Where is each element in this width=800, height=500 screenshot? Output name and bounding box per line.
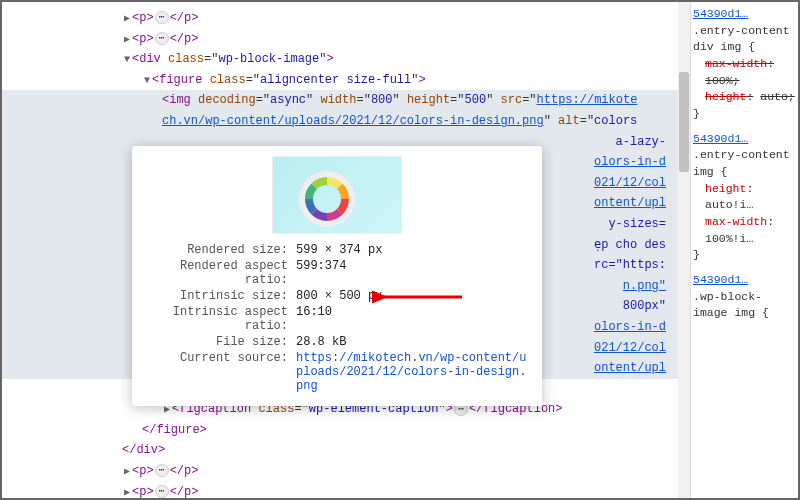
expand-arrow-icon[interactable]: ▶: [122, 32, 132, 48]
css-rule[interactable]: 54390d1… .wp-block-image img {: [693, 272, 796, 322]
rendered-size-label: Rendered size:: [146, 243, 296, 257]
img-src-link[interactable]: https://mikote: [537, 93, 638, 107]
tag-p-open: <p>: [132, 32, 154, 46]
css-property: height: [705, 182, 746, 195]
scrollbar-track[interactable]: [678, 2, 690, 498]
file-size-label: File size:: [146, 335, 296, 349]
ellipsis-icon[interactable]: ⋯: [155, 464, 169, 477]
css-selector: .wp-block-image img {: [693, 289, 796, 322]
css-property: max-width: [705, 215, 767, 228]
intrinsic-size-value: 800 × 500 px: [296, 289, 528, 303]
ellipsis-icon[interactable]: ⋯: [155, 11, 169, 24]
css-property: height: [705, 90, 746, 103]
dom-node-p[interactable]: ▶<p>⋯</p>: [2, 461, 690, 482]
stylesheet-link[interactable]: 54390d1…: [693, 273, 748, 286]
rendered-ar-label: Rendered aspect ratio:: [146, 259, 296, 287]
intrinsic-ar-label: Intrinsic aspect ratio:: [146, 305, 296, 333]
dom-node-p[interactable]: ▶<p>⋯</p>: [2, 8, 690, 29]
tag-p-close: </p>: [170, 32, 199, 46]
current-source-value[interactable]: https://mikotech.vn/wp-content/uploads/2…: [296, 351, 528, 393]
css-selector: .entry-content img {: [693, 147, 796, 180]
collapse-arrow-icon[interactable]: ▼: [122, 52, 132, 68]
expand-arrow-icon[interactable]: ▶: [122, 485, 132, 498]
elements-panel[interactable]: ▶<p>⋯</p> ▶<p>⋯</p> ▼<div class="wp-bloc…: [2, 2, 690, 498]
dom-node-div-wp-block-image[interactable]: ▼<div class="wp-block-image">: [2, 49, 690, 70]
img-src-link[interactable]: ch.vn/wp-content/uploads/2021/12/colors-…: [162, 114, 544, 128]
styles-panel[interactable]: 54390d1… .entry-content div img { max-wi…: [690, 2, 798, 498]
stylesheet-link[interactable]: 54390d1…: [693, 132, 748, 145]
css-rule[interactable]: 54390d1… .entry-content img { height: au…: [693, 131, 796, 264]
intrinsic-size-label: Intrinsic size:: [146, 289, 296, 303]
dom-node-div-close[interactable]: </div>: [2, 440, 690, 461]
attr-class-value: wp-block-image: [218, 52, 319, 66]
image-hover-tooltip: Rendered size:599 × 374 px Rendered aspe…: [132, 146, 542, 406]
rendered-ar-value: 599:374: [296, 259, 528, 287]
tag-img: img: [169, 93, 191, 107]
css-value: auto!i…: [705, 198, 753, 211]
css-value: 100%;: [705, 74, 740, 87]
rendered-size-value: 599 × 374 px: [296, 243, 528, 257]
css-selector: .entry-content div img {: [693, 23, 796, 56]
image-thumbnail: [272, 156, 402, 234]
file-size-value: 28.8 kB: [296, 335, 528, 349]
dom-node-figure[interactable]: ▼<figure class="aligncenter size-full">: [2, 70, 690, 91]
ellipsis-icon[interactable]: ⋯: [155, 485, 169, 498]
tag-p-open: <p>: [132, 11, 154, 25]
scrollbar-thumb[interactable]: [679, 72, 689, 172]
dom-node-figure-close[interactable]: </figure>: [2, 420, 690, 441]
css-property: max-width: [705, 57, 767, 70]
dom-node-p[interactable]: ▶<p>⋯</p>: [2, 482, 690, 498]
expand-arrow-icon[interactable]: ▶: [122, 464, 132, 480]
collapse-arrow-icon[interactable]: ▼: [142, 73, 152, 89]
attr-class-value: aligncenter size-full: [260, 73, 411, 87]
current-source-label: Current source:: [146, 351, 296, 393]
stylesheet-link[interactable]: 54390d1…: [693, 7, 748, 20]
css-rule[interactable]: 54390d1… .entry-content div img { max-wi…: [693, 6, 796, 123]
intrinsic-ar-value: 16:10: [296, 305, 528, 333]
css-value: 100%!i…: [705, 232, 753, 245]
ellipsis-icon[interactable]: ⋯: [155, 32, 169, 45]
css-value: auto;: [760, 90, 795, 103]
tag-p-close: </p>: [170, 11, 199, 25]
expand-arrow-icon[interactable]: ▶: [122, 11, 132, 27]
dom-node-p[interactable]: ▶<p>⋯</p>: [2, 29, 690, 50]
